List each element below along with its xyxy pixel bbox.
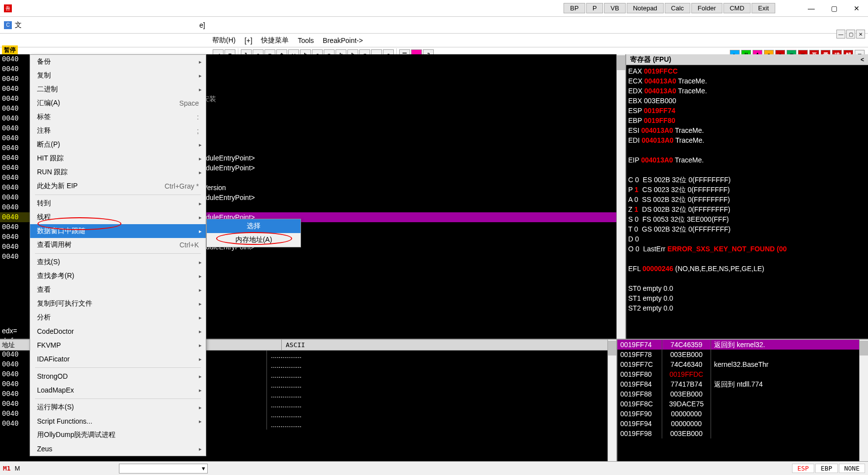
- ctx-item[interactable]: 标签:: [30, 110, 206, 124]
- disasm-comment[interactable]: SE 处理程序安装: [158, 94, 616, 104]
- disasm-comment[interactable]: [158, 64, 616, 74]
- ctx-item[interactable]: 用OllyDump脱壳调试进程: [30, 428, 206, 442]
- disasm-comment[interactable]: kernel32.GetVersion: [158, 183, 616, 193]
- register-eip[interactable]: EIP 004013A0 TraceMe.: [628, 155, 866, 165]
- disasm-comment[interactable]: [158, 173, 616, 183]
- ctx-item[interactable]: 备份: [30, 55, 206, 69]
- ctx-item[interactable]: 运行脚本(S): [30, 400, 206, 414]
- stack-row[interactable]: 0019FF7C74C46340kernel32.BaseThr: [617, 359, 859, 369]
- mdi-max-button[interactable]: ▢: [846, 30, 855, 39]
- stack-row[interactable]: 0019FF7474C46359返回到 kernel32.: [617, 340, 859, 350]
- flag-row[interactable]: O 0 LastErr ERROR_SXS_KEY_NOT_FOUND (00: [628, 244, 866, 254]
- menu-item[interactable]: Tools: [298, 37, 314, 44]
- stack-row[interactable]: 0019FF78003EB000: [617, 350, 859, 359]
- ctx-item[interactable]: StrongOD: [30, 369, 206, 383]
- stack-row[interactable]: 0019FF8C39DACE75: [617, 399, 859, 409]
- stack-panel[interactable]: 0019FF7474C46359返回到 kernel32.0019FF78003…: [616, 340, 859, 461]
- scrollbar[interactable]: [607, 340, 616, 461]
- flag-row[interactable]: T 0 GS 002B 32位 0(FFFFFFFF): [628, 224, 866, 234]
- disasm-comment[interactable]: TraceMe.<ModuleEntryPoint>: [158, 163, 616, 173]
- fpu-row[interactable]: ST1 empty 0.0: [628, 293, 866, 303]
- menu-item[interactable]: 帮助(H): [212, 36, 235, 45]
- ctx-item[interactable]: 查看: [30, 283, 206, 297]
- fpu-row[interactable]: ST0 empty 0.0: [628, 283, 866, 293]
- submenu-item[interactable]: 内存地址(A): [207, 233, 301, 247]
- top-button-bp[interactable]: BP: [564, 3, 585, 13]
- status-combo[interactable]: [119, 464, 208, 474]
- ctx-item[interactable]: 转到: [30, 197, 206, 210]
- register-row[interactable]: EDI 004013A0 TraceMe.: [628, 135, 866, 145]
- disasm-comment[interactable]: TraceMe.<ModuleEntryPoint>: [158, 193, 616, 202]
- register-row[interactable]: EDX 004013A0 TraceMe.: [628, 86, 866, 96]
- stack-row[interactable]: 0019FF9000000000: [617, 409, 859, 419]
- context-menu[interactable]: 备份复制二进制汇编(A)Space标签:注释;断点(P)HIT 跟踪RUN 跟踪…: [30, 54, 206, 456]
- disasm-comment[interactable]: [158, 74, 616, 84]
- flag-row[interactable]: S 0 FS 0053 32位 3EE000(FFF): [628, 214, 866, 224]
- top-button-folder[interactable]: Folder: [691, 3, 722, 13]
- ctx-item[interactable]: Zeus: [30, 442, 206, 456]
- ctx-item[interactable]: 线程: [30, 210, 206, 224]
- stack-row[interactable]: 0019FF800019FFDC: [617, 369, 859, 379]
- ctx-item[interactable]: 分析: [30, 311, 206, 324]
- ctx-item[interactable]: 断点(P): [30, 138, 206, 152]
- ctx-item[interactable]: 注释;: [30, 124, 206, 138]
- disasm-comment[interactable]: TraceMe.<ModuleEntryPoint>: [158, 153, 616, 163]
- ctx-item[interactable]: LoadMapEx: [30, 383, 206, 397]
- close-button[interactable]: ✕: [845, 0, 868, 17]
- disasm-comment[interactable]: [158, 84, 616, 94]
- menu-item[interactable]: 快捷菜单: [261, 36, 289, 45]
- ctx-item[interactable]: 查看调用树Ctrl+K: [30, 238, 206, 252]
- ctx-item[interactable]: 汇编(A)Space: [30, 96, 206, 110]
- ctx-item[interactable]: HIT 跟踪: [30, 152, 206, 165]
- context-submenu[interactable]: 选择内存地址(A): [206, 219, 301, 247]
- disasm-comment[interactable]: [158, 202, 616, 212]
- mdi-close-button[interactable]: ✕: [856, 30, 865, 39]
- flag-row[interactable]: C 0 ES 002B 32位 0(FFFFFFFF): [628, 175, 866, 185]
- ctx-item[interactable]: Script Functions...: [30, 414, 206, 428]
- disasm-comment[interactable]: [158, 143, 616, 153]
- minimize-button[interactable]: —: [800, 0, 823, 17]
- flag-row[interactable]: P 1 CS 0023 32位 0(FFFFFFFF): [628, 185, 866, 195]
- menu-item[interactable]: BreakPoint->: [323, 37, 363, 44]
- disasm-comment[interactable]: [158, 54, 616, 64]
- register-row[interactable]: EAX 0019FFCC: [628, 66, 866, 76]
- ctx-item[interactable]: FKVMP: [30, 338, 206, 352]
- ctx-item[interactable]: 复制到可执行文件: [30, 297, 206, 311]
- fpu-row[interactable]: ST2 empty 0.0: [628, 303, 866, 313]
- stack-row[interactable]: 0019FF9400000000: [617, 419, 859, 429]
- top-button-cmd[interactable]: CMD: [723, 3, 751, 13]
- ctx-item[interactable]: RUN 跟踪: [30, 165, 206, 179]
- disasm-comment[interactable]: [158, 133, 616, 143]
- efl-row[interactable]: EFL 00000246 (NO,NB,E,BE,NS,PE,GE,LE): [628, 264, 866, 274]
- register-row[interactable]: ESP 0019FF74: [628, 106, 866, 116]
- ctx-item[interactable]: CodeDoctor: [30, 324, 206, 338]
- flag-row[interactable]: D 0: [628, 234, 866, 244]
- stack-row[interactable]: 0019FF88003EB000: [617, 389, 859, 399]
- top-button-notepad[interactable]: Notepad: [627, 3, 664, 13]
- top-button-p[interactable]: P: [586, 3, 604, 13]
- scrollbar[interactable]: [859, 340, 868, 461]
- register-row[interactable]: ESI 004013A0 TraceMe.: [628, 125, 866, 135]
- stack-row[interactable]: 0019FF8477417B74返回到 ntdll.774: [617, 379, 859, 389]
- ctx-item[interactable]: IDAFicator: [30, 352, 206, 366]
- disasm-comment[interactable]: [158, 114, 616, 123]
- top-button-vb[interactable]: VB: [604, 3, 625, 13]
- stack-row[interactable]: 0019FF98003EB000: [617, 429, 859, 438]
- flag-row[interactable]: Z 1 DS 002B 32位 0(FFFFFFFF): [628, 204, 866, 214]
- register-row[interactable]: EBX 003EB000: [628, 96, 866, 106]
- disasm-comment[interactable]: [158, 123, 616, 133]
- ctx-item[interactable]: 查找(S): [30, 255, 206, 269]
- mdi-min-button[interactable]: —: [836, 30, 845, 39]
- ctx-item[interactable]: 数据窗口中跟随: [30, 224, 206, 238]
- menu-item[interactable]: [+]: [244, 37, 252, 44]
- disasm-comment[interactable]: [158, 104, 616, 114]
- top-button-exit[interactable]: Exit: [752, 3, 775, 13]
- maximize-button[interactable]: ▢: [823, 0, 845, 17]
- flag-row[interactable]: A 0 SS 002B 32位 0(FFFFFFFF): [628, 195, 866, 204]
- ctx-item[interactable]: 此处为新 EIPCtrl+Gray *: [30, 179, 206, 193]
- register-row[interactable]: EBP 0019FF80: [628, 116, 866, 125]
- ctx-item[interactable]: 查找参考(R): [30, 269, 206, 283]
- submenu-item[interactable]: 选择: [207, 219, 301, 233]
- ctx-item[interactable]: 复制: [30, 69, 206, 82]
- top-button-calc[interactable]: Calc: [665, 3, 690, 13]
